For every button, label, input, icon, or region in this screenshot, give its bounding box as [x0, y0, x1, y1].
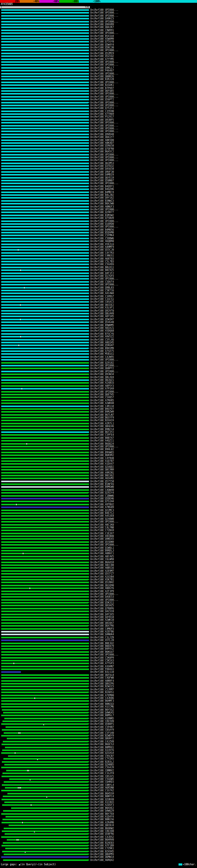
hit-bar[interactable]	[1, 134, 89, 135]
hit-bar[interactable]	[1, 489, 89, 491]
hit-row[interactable]: UniRef100_A0C4V5	[0, 555, 197, 558]
hit-row[interactable]: UniRef100_B6HMF3	[0, 700, 197, 702]
hit-bar[interactable]	[1, 194, 89, 196]
hit-row[interactable]: UniRef100_UPI000...	[0, 544, 197, 546]
hit-bar[interactable]	[1, 304, 89, 306]
hit-bar[interactable]	[1, 628, 89, 630]
hit-label[interactable]: UniRef100_Q5DEH6	[90, 498, 114, 500]
hit-row[interactable]: UniRef100_UPI000...	[0, 283, 197, 286]
hit-label[interactable]: UniRef100_B8NIQ3	[90, 703, 114, 706]
hit-bar[interactable]	[1, 671, 21, 673]
hit-bar[interactable]	[1, 24, 89, 25]
hit-bar[interactable]	[1, 538, 89, 540]
hit-label[interactable]: UniRef100_C3YEH0	[90, 110, 114, 113]
hit-bar[interactable]	[1, 541, 89, 543]
hit-row[interactable]: UniRef100_Q5W3H7	[0, 318, 197, 321]
hit-row[interactable]: UniRef100_B6TLN7	[0, 413, 197, 416]
hit-row[interactable]: UniRef100_A8IAJ1	[0, 327, 197, 330]
hit-bar[interactable]	[1, 261, 89, 262]
hit-row[interactable]: UniRef100_C6LWR8	[0, 558, 197, 561]
hit-row[interactable]: UniRef100_A7EM80	[0, 694, 197, 697]
hit-label[interactable]: UniRef100_B2GUK1	[90, 84, 114, 87]
hit-row[interactable]: UniRef100_Q29H77	[0, 211, 197, 214]
hit-row[interactable]: UniRef100_Q5BFR6	[0, 833, 197, 835]
hit-row[interactable]: UniRef100_Q6BPY2	[0, 367, 197, 370]
hit-bar[interactable]	[1, 691, 88, 693]
hit-bar[interactable]	[1, 145, 89, 147]
hit-row[interactable]: UniRef100_Q6CEE2	[0, 304, 197, 306]
hit-row[interactable]: UniRef100_Q7R8P6	[0, 607, 197, 610]
hit-bar[interactable]	[9, 778, 88, 780]
hit-label[interactable]: UniRef100_A5DQ68	[90, 330, 114, 332]
hit-row[interactable]: UniRef100_B6K9R2	[0, 454, 197, 457]
hit-label[interactable]: UniRef100_Q4N6K4	[90, 633, 114, 636]
hit-label[interactable]: UniRef100_A0DGY6	[90, 587, 114, 590]
hit-bar[interactable]	[1, 695, 89, 696]
hit-label[interactable]: UniRef100_Q75BU9	[90, 217, 114, 220]
hit-label[interactable]: UniRef100_UPI000...	[90, 127, 119, 130]
hit-row[interactable]: UniRef100_A5K7B1	[0, 578, 197, 581]
hit-row[interactable]: UniRef100_A6R5N8	[0, 786, 197, 789]
hit-bar[interactable]	[1, 703, 88, 705]
hit-bar[interactable]	[1, 197, 89, 198]
hit-row[interactable]: UniRef100_B3NWZ3	[0, 199, 197, 202]
hit-label[interactable]: UniRef100_C5JRM7	[90, 688, 114, 691]
hit-row[interactable]: UniRef100_C4QFW8	[0, 677, 197, 679]
hit-label[interactable]: UniRef100_B9GYV7	[90, 408, 114, 410]
hit-bar[interactable]	[1, 50, 89, 51]
hit-row[interactable]: UniRef100_P46467	[0, 69, 197, 72]
hit-bar[interactable]	[1, 856, 88, 858]
hit-row[interactable]: UniRef100_B2B3L2	[0, 761, 197, 763]
hit-label[interactable]: UniRef100_C4JZV8	[90, 741, 114, 743]
hit-label[interactable]: UniRef100_B9H1M9	[90, 347, 114, 350]
hit-bar[interactable]	[1, 411, 89, 412]
hit-label[interactable]: UniRef100_UPI000...	[90, 21, 119, 23]
hit-label[interactable]: UniRef100_A7R6B5	[90, 399, 114, 402]
hit-bar[interactable]	[1, 518, 89, 520]
hit-label[interactable]: UniRef100_Q6ETH5	[90, 394, 114, 396]
hit-row[interactable]: UniRef100_B0XXE2	[0, 807, 197, 809]
hit-label[interactable]: UniRef100_A6QBR0	[90, 240, 114, 243]
hit-bar[interactable]	[1, 21, 89, 23]
hit-row[interactable]: UniRef100_Q9N5X5	[0, 537, 197, 540]
hit-label[interactable]: UniRef100_C1L2Z8	[90, 637, 114, 639]
hit-bar[interactable]	[1, 119, 89, 121]
hit-row[interactable]: UniRef100_Q22MC3	[0, 509, 197, 512]
hit-label[interactable]: UniRef100_B3M3W2	[90, 214, 114, 217]
hit-row[interactable]: UniRef100_C5JRM7	[0, 688, 197, 691]
hit-bar[interactable]	[1, 550, 89, 552]
hit-row[interactable]: UniRef100_UPI000...	[0, 11, 197, 14]
hit-bar[interactable]	[1, 429, 89, 430]
hit-label[interactable]: UniRef100_A0CC88	[90, 564, 114, 566]
hit-bar[interactable]	[1, 44, 89, 45]
hit-label[interactable]: UniRef100_Q5R658	[90, 145, 114, 147]
hit-label[interactable]: UniRef100_B8N1S6	[90, 818, 114, 821]
hit-bar[interactable]	[1, 61, 89, 63]
hit-row[interactable]: UniRef100_A2QSF3	[0, 804, 197, 806]
hit-bar[interactable]	[1, 443, 89, 445]
hit-bar[interactable]	[1, 273, 89, 274]
hit-bar[interactable]	[8, 755, 88, 757]
hit-label[interactable]: UniRef100_Q48KZ3	[90, 18, 114, 20]
hit-label[interactable]: UniRef100_B8MSL7	[90, 714, 114, 717]
hit-label[interactable]: UniRef100_C0SAY9	[90, 729, 114, 731]
hit-bar[interactable]	[1, 142, 89, 144]
hit-label[interactable]: UniRef100_Q29182	[90, 362, 114, 364]
hit-bar[interactable]	[1, 368, 89, 369]
hit-row[interactable]: UniRef100_B9WHM5	[0, 324, 197, 327]
hit-bar[interactable]	[6, 770, 88, 771]
hit-row[interactable]: UniRef100_B8NTC4 ▲	[0, 795, 197, 798]
hit-label[interactable]: UniRef100_Q2H8B5	[90, 764, 114, 766]
hit-label[interactable]: UniRef100_C7Z0G9	[90, 529, 114, 532]
hit-row[interactable]: UniRef100_UPI000...	[0, 101, 197, 104]
hit-bar[interactable]	[3, 842, 88, 844]
hit-label[interactable]: UniRef100_Q2UKX0	[90, 798, 114, 801]
hit-row[interactable]: UniRef100_B6QQ24	[0, 442, 197, 445]
hit-label[interactable]: UniRef100_A8IAJ1	[90, 327, 114, 330]
hit-label[interactable]: UniRef100_A7NS89	[90, 506, 114, 509]
hit-bar[interactable]	[1, 82, 89, 83]
hit-row[interactable]: UniRef100_Q29182	[0, 362, 197, 364]
hit-bar[interactable]	[1, 669, 89, 670]
hit-label[interactable]: UniRef100_C4JK86	[90, 697, 114, 700]
hit-bar[interactable]	[1, 379, 89, 381]
